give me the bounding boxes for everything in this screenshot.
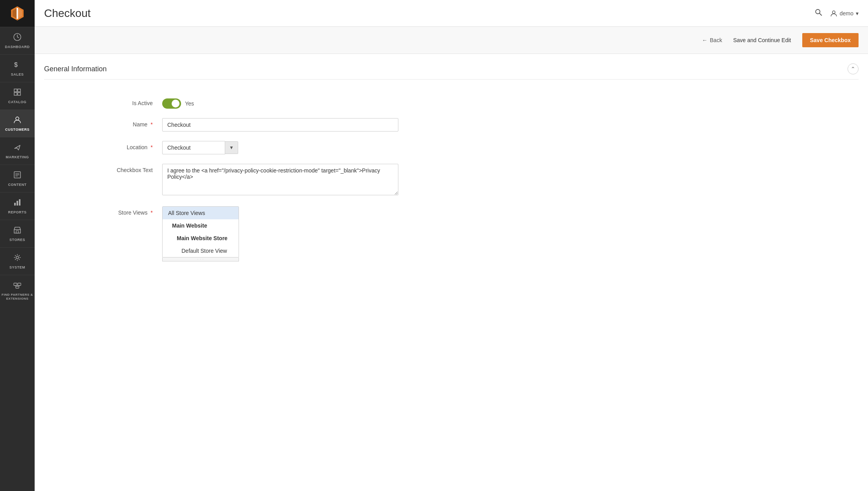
system-icon [13, 253, 22, 264]
content-icon [13, 170, 22, 181]
store-views-required-indicator: * [151, 209, 153, 216]
top-header: Checkout demo ▾ [35, 0, 868, 27]
is-active-control: Yes [162, 97, 398, 109]
section-header: General Information ⌃ [44, 63, 859, 80]
sidebar-dashboard-label: DASHBOARD [5, 45, 30, 49]
svg-rect-17 [19, 199, 20, 206]
sidebar-marketing-label: MARKETING [6, 155, 29, 159]
name-row: Name * [83, 118, 398, 132]
sidebar-customers-label: CUSTOMERS [5, 128, 30, 132]
page-title: Checkout [44, 7, 91, 20]
svg-line-28 [820, 13, 822, 15]
form-area: General Information ⌃ Is Active Yes [35, 54, 868, 491]
store-views-label: Store Views * [83, 206, 162, 216]
sidebar-item-stores[interactable]: STORES [0, 220, 35, 247]
is-active-toggle[interactable] [162, 98, 181, 109]
toggle-slider [162, 98, 181, 109]
sales-icon: $ [13, 60, 22, 71]
checkbox-text-input[interactable]: I agree to the <a href="/privacy-policy-… [162, 164, 398, 195]
name-control [162, 118, 398, 132]
listbox-resize-handle[interactable]: · · · [162, 258, 239, 261]
sidebar-item-marketing[interactable]: MARKETING [0, 137, 35, 165]
svg-rect-22 [18, 283, 21, 285]
catalog-icon [13, 88, 22, 98]
name-label: Name * [83, 118, 162, 128]
sidebar-item-find-partners[interactable]: FIND PARTNERS & EXTENSIONS [0, 275, 35, 306]
sidebar-item-reports[interactable]: REPORTS [0, 192, 35, 220]
listbox-item-main-website-store[interactable]: Main Website Store [163, 232, 239, 245]
listbox-item-main-website[interactable]: Main Website [163, 219, 239, 232]
checkbox-text-label: Checkbox Text [83, 164, 162, 173]
sidebar-logo [0, 0, 35, 27]
form-body: Is Active Yes Name * [44, 89, 398, 261]
reports-icon [13, 198, 22, 209]
location-required-indicator: * [151, 144, 153, 150]
location-select-arrow[interactable]: ▼ [225, 141, 238, 154]
checkbox-text-row: Checkbox Text I agree to the <a href="/p… [83, 164, 398, 197]
collapse-icon: ⌃ [851, 66, 855, 72]
search-button[interactable] [813, 7, 824, 20]
location-label: Location * [83, 141, 162, 150]
sidebar-item-dashboard[interactable]: DASHBOARD [0, 27, 35, 54]
section-title: General Information [44, 65, 107, 73]
partners-icon [13, 281, 22, 291]
sidebar: DASHBOARD $ SALES CATALOG CUSTOMERS MARK… [0, 0, 35, 491]
svg-text:$: $ [14, 61, 18, 68]
section-collapse-button[interactable]: ⌃ [848, 63, 859, 74]
checkbox-text-control: I agree to the <a href="/privacy-policy-… [162, 164, 398, 197]
is-active-label: Is Active [83, 97, 162, 106]
svg-rect-18 [14, 230, 20, 233]
svg-point-27 [816, 9, 820, 14]
name-required-indicator: * [151, 121, 153, 128]
svg-rect-23 [16, 286, 19, 288]
svg-rect-15 [14, 203, 16, 206]
location-select[interactable]: Checkout [162, 141, 225, 154]
is-active-yes-label: Yes [185, 100, 194, 107]
marketing-icon [13, 143, 22, 154]
save-checkbox-button[interactable]: Save Checkbox [802, 33, 859, 47]
customers-icon [13, 115, 22, 126]
user-dropdown-icon: ▾ [856, 10, 859, 17]
user-menu[interactable]: demo ▾ [830, 10, 859, 17]
svg-point-20 [16, 256, 19, 259]
resize-dots-icon: · · · [197, 258, 204, 261]
sidebar-stores-label: STORES [9, 238, 25, 242]
location-row: Location * Checkout ▼ [83, 141, 398, 154]
svg-point-29 [832, 11, 835, 13]
user-name: demo [840, 10, 853, 17]
sidebar-system-label: SYSTEM [9, 265, 25, 269]
location-select-wrap: Checkout ▼ [162, 141, 398, 154]
back-arrow-icon: ← [702, 37, 707, 43]
svg-rect-19 [16, 231, 19, 233]
sidebar-reports-label: REPORTS [8, 210, 26, 214]
svg-rect-7 [18, 89, 20, 92]
sidebar-item-customers[interactable]: CUSTOMERS [0, 109, 35, 137]
listbox-item-default-store-view[interactable]: Default Store View [163, 245, 239, 257]
svg-rect-16 [17, 201, 18, 206]
sidebar-partners-label: FIND PARTNERS & EXTENSIONS [2, 293, 33, 300]
sidebar-item-catalog[interactable]: CATALOG [0, 82, 35, 109]
name-input[interactable] [162, 118, 398, 132]
sidebar-catalog-label: CATALOG [8, 100, 27, 104]
action-bar: ← Back Save and Continue Edit Save Check… [35, 27, 868, 54]
sidebar-item-sales[interactable]: $ SALES [0, 54, 35, 82]
svg-rect-8 [14, 93, 17, 95]
is-active-row: Is Active Yes [83, 97, 398, 109]
store-views-control: All Store Views Main Website Main Websit… [162, 206, 398, 261]
main-content: Checkout demo ▾ ← Back Save and Continue… [35, 0, 868, 491]
toggle-wrap: Yes [162, 97, 398, 109]
svg-rect-6 [14, 89, 17, 92]
back-label: Back [710, 37, 722, 43]
sidebar-content-label: CONTENT [8, 183, 27, 187]
sidebar-item-content[interactable]: CONTENT [0, 165, 35, 192]
sidebar-item-system[interactable]: SYSTEM [0, 247, 35, 275]
save-continue-button[interactable]: Save and Continue Edit [727, 34, 797, 46]
store-views-row: Store Views * All Store Views Main Websi… [83, 206, 398, 261]
listbox-item-all-store-views[interactable]: All Store Views [163, 207, 239, 219]
dashboard-icon [13, 33, 22, 43]
location-control: Checkout ▼ [162, 141, 398, 154]
stores-icon [13, 226, 22, 236]
svg-rect-21 [14, 283, 17, 285]
back-button[interactable]: ← Back [702, 37, 722, 43]
store-views-listbox: All Store Views Main Website Main Websit… [162, 206, 239, 258]
